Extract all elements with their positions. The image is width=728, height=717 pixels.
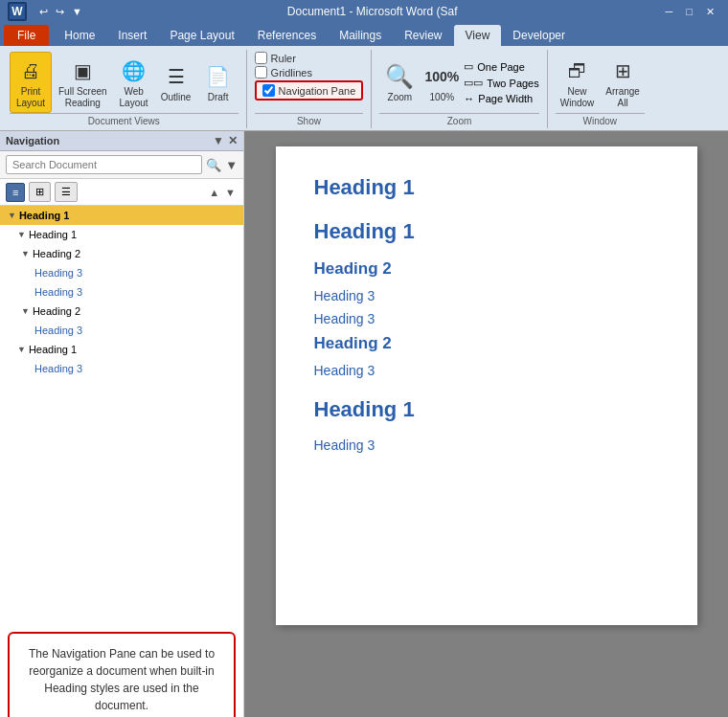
document-views-buttons: 🖨 PrintLayout ▣ Full ScreenReading 🌐 Web…	[10, 52, 239, 113]
minimize-button[interactable]: ─	[660, 5, 679, 19]
draft-button[interactable]: 📄 Draft	[198, 58, 239, 106]
tab-references[interactable]: References	[246, 25, 328, 46]
page-width-label: Page Width	[478, 93, 533, 104]
undo-button[interactable]: ↩	[36, 5, 51, 19]
doc-heading-3-fourth: Heading 3	[314, 437, 659, 453]
window-buttons: 🗗 NewWindow ⊞ ArrangeAll	[556, 52, 645, 113]
quick-access-toolbar: ↩ ↪ ▼	[36, 5, 85, 19]
gridlines-checkbox-row[interactable]: Gridlines	[255, 66, 312, 78]
nav-pane-title: Navigation	[6, 135, 59, 146]
heading-label: Heading 2	[33, 248, 80, 259]
tab-file[interactable]: File	[4, 25, 49, 46]
tab-home[interactable]: Home	[53, 25, 106, 46]
main-area: Navigation ▼ ✕ 🔍 ▼ ≡ ⊞ ☰ ▲ ▼ ▼ Heading	[0, 131, 728, 717]
heading-label: Heading 1	[29, 229, 77, 240]
nav-heading-item[interactable]: Heading 3	[0, 359, 243, 378]
nav-heading-item[interactable]: ▼ Heading 2	[0, 302, 243, 321]
nav-heading-item[interactable]: Heading 3	[0, 282, 243, 302]
title-bar: W ↩ ↪ ▼ Document1 - Microsoft Word (Saf …	[0, 0, 728, 23]
quick-access-dropdown[interactable]: ▼	[69, 5, 85, 18]
ribbon-content: 🖨 PrintLayout ▣ Full ScreenReading 🌐 Web…	[0, 46, 728, 130]
tab-insert[interactable]: Insert	[106, 25, 158, 46]
nav-arrows: ▲ ▼	[207, 185, 238, 200]
one-page-button[interactable]: ▭ One Page	[464, 60, 538, 73]
document-area: Heading 1 Heading 1 Heading 2 Heading 3 …	[244, 131, 728, 717]
nav-close-button[interactable]: ✕	[228, 134, 238, 147]
show-group: Ruler Gridlines Navigation Pane Show	[247, 50, 373, 128]
nav-collapse-button[interactable]: ▼	[213, 134, 224, 147]
nav-pane-checkbox-row[interactable]: Navigation Pane	[262, 84, 356, 97]
tab-view[interactable]: View	[454, 25, 502, 46]
nav-heading-item[interactable]: ▼ Heading 1	[0, 206, 243, 225]
new-window-icon: 🗗	[562, 56, 593, 86]
window-title: Document1 - Microsoft Word (Saf	[85, 5, 660, 18]
window-group: 🗗 NewWindow ⊞ ArrangeAll Window	[548, 50, 652, 128]
heading-label: Heading 1	[29, 344, 77, 355]
tab-review[interactable]: Review	[393, 25, 453, 46]
web-layout-label: WebLayout	[120, 86, 148, 109]
web-layout-icon: 🌐	[119, 56, 149, 86]
nav-heading-item[interactable]: Heading 3	[0, 263, 243, 282]
nav-arrow-down[interactable]: ▼	[223, 185, 238, 200]
word-logo: W	[8, 2, 27, 21]
doc-heading-3-first: Heading 3	[314, 288, 659, 303]
draft-label: Draft	[208, 92, 229, 103]
document-views-group: 🖨 PrintLayout ▣ Full ScreenReading 🌐 Web…	[2, 50, 247, 128]
full-screen-reading-button[interactable]: ▣ Full ScreenReading	[54, 53, 112, 112]
search-document-input[interactable]	[6, 155, 202, 174]
draft-icon: 📄	[203, 61, 234, 92]
ribbon: File Home Insert Page Layout References …	[0, 23, 728, 131]
zoom-100-button[interactable]: 100% 100%	[421, 58, 462, 106]
web-layout-button[interactable]: 🌐 WebLayout	[114, 53, 154, 112]
redo-button[interactable]: ↪	[53, 5, 67, 19]
nav-tab-headings[interactable]: ≡	[6, 183, 25, 202]
zoom-buttons: 🔍 Zoom 100% 100% ▭ One Page ▭▭ Two Pages	[379, 52, 538, 113]
doc-heading-3-second: Heading 3	[314, 311, 659, 326]
tab-mailings[interactable]: Mailings	[328, 25, 393, 46]
full-screen-icon: ▣	[67, 56, 98, 86]
search-icon[interactable]: 🔍	[206, 158, 221, 172]
page-view-options: ▭ One Page ▭▭ Two Pages ↔ Page Width	[464, 60, 538, 104]
close-button[interactable]: ✕	[700, 5, 720, 19]
nav-arrow-up[interactable]: ▲	[207, 185, 221, 200]
navigation-pane-highlight: Navigation Pane	[255, 80, 364, 101]
zoom-100-label: 100%	[430, 92, 455, 103]
outline-icon: ☰	[161, 61, 192, 92]
gridlines-checkbox[interactable]	[255, 66, 267, 78]
callout-text: The Navigation Pane can be used to reorg…	[29, 647, 215, 712]
collapse-triangle: ▼	[8, 211, 16, 220]
nav-header-controls: ▼ ✕	[213, 134, 238, 147]
new-window-label: NewWindow	[560, 86, 595, 109]
ruler-checkbox[interactable]	[255, 52, 267, 64]
heading-label: Heading 1	[19, 210, 70, 221]
collapse-triangle: ▼	[21, 306, 30, 316]
document-page: Heading 1 Heading 1 Heading 2 Heading 3 …	[276, 146, 697, 625]
page-width-icon: ↔	[464, 93, 474, 104]
two-pages-button[interactable]: ▭▭ Two Pages	[464, 77, 538, 89]
search-dropdown-icon[interactable]: ▼	[225, 158, 238, 172]
nav-heading-item[interactable]: Heading 3	[0, 321, 243, 340]
tab-developer[interactable]: Developer	[501, 25, 577, 46]
nav-heading-item[interactable]: ▼ Heading 1	[0, 225, 243, 244]
outline-button[interactable]: ☰ Outline	[156, 58, 196, 106]
nav-heading-item[interactable]: ▼ Heading 2	[0, 244, 243, 263]
nav-heading-item[interactable]: ▼ Heading 1	[0, 340, 243, 359]
nav-tab-pages[interactable]: ⊞	[29, 182, 51, 202]
new-window-button[interactable]: 🗗 NewWindow	[556, 53, 600, 112]
doc-heading-2-second: Heading 2	[314, 334, 659, 353]
page-width-button[interactable]: ↔ Page Width	[464, 93, 538, 104]
collapse-triangle: ▼	[17, 345, 26, 354]
print-layout-button[interactable]: 🖨 PrintLayout	[10, 52, 52, 113]
ruler-checkbox-row[interactable]: Ruler	[255, 52, 296, 64]
doc-heading-3-third: Heading 3	[314, 363, 659, 378]
navigation-pane-checkbox[interactable]	[262, 84, 275, 97]
full-screen-label: Full ScreenReading	[58, 86, 107, 109]
zoom-button[interactable]: 🔍 Zoom	[379, 58, 420, 106]
nav-tab-results[interactable]: ☰	[55, 182, 78, 202]
arrange-all-button[interactable]: ⊞ ArrangeAll	[601, 53, 645, 112]
print-layout-label: PrintLayout	[16, 86, 45, 109]
tab-page-layout[interactable]: Page Layout	[158, 25, 245, 46]
maximize-button[interactable]: □	[680, 5, 698, 19]
callout-box: The Navigation Pane can be used to reorg…	[8, 632, 236, 717]
arrange-all-label: ArrangeAll	[605, 86, 640, 109]
